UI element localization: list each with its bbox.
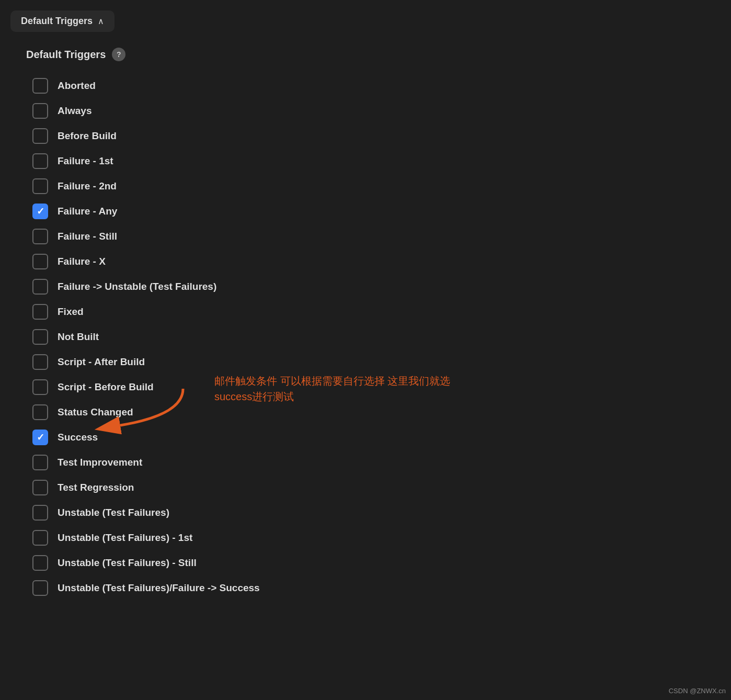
checkbox-item-always[interactable]: Always (26, 99, 710, 123)
checkbox-before-build[interactable] (32, 128, 48, 144)
checkbox-failure-still[interactable] (32, 229, 48, 244)
checkbox-item-failure-any[interactable]: Failure - Any (26, 199, 710, 223)
checkbox-failure-1st[interactable] (32, 153, 48, 169)
checkbox-label-failure-1st: Failure - 1st (58, 155, 113, 167)
checkbox-unstable-failure-success[interactable] (32, 580, 48, 596)
checkbox-label-failure-x: Failure - X (58, 256, 106, 267)
checkbox-item-failure-x[interactable]: Failure - X (26, 250, 710, 274)
checkbox-item-aborted[interactable]: Aborted (26, 74, 710, 98)
checkbox-unstable-test-failures[interactable] (32, 505, 48, 521)
checkbox-failure-2nd[interactable] (32, 178, 48, 194)
checkbox-success[interactable] (32, 430, 48, 445)
checkbox-fixed[interactable] (32, 304, 48, 320)
checkbox-not-built[interactable] (32, 329, 48, 345)
annotation-box: 邮件触发条件 可以根据需要自行选择 这里我们就选 success进行测试 (214, 373, 450, 404)
checkbox-label-test-improvement: Test Improvement (58, 457, 142, 468)
checkbox-label-unstable-failure-success: Unstable (Test Failures)/Failure -> Succ… (58, 582, 260, 594)
checkbox-test-regression[interactable] (32, 480, 48, 495)
checkbox-item-failure-2nd[interactable]: Failure - 2nd (26, 174, 710, 198)
checkbox-failure-unstable[interactable] (32, 279, 48, 295)
checkbox-item-unstable-test-failures[interactable]: Unstable (Test Failures) (26, 501, 710, 525)
checkbox-label-aborted: Aborted (58, 80, 96, 92)
checkbox-unstable-test-failures-still[interactable] (32, 555, 48, 571)
checkbox-item-not-built[interactable]: Not Built (26, 325, 710, 349)
checkbox-item-success[interactable]: Success (26, 425, 710, 449)
checkbox-label-before-build: Before Build (58, 130, 117, 142)
checkbox-item-script-after-build[interactable]: Script - After Build (26, 350, 710, 374)
checkbox-label-failure-2nd: Failure - 2nd (58, 180, 117, 192)
checkbox-item-before-build[interactable]: Before Build (26, 124, 710, 148)
checkbox-label-success: Success (58, 432, 98, 443)
checkbox-label-fixed: Fixed (58, 306, 84, 318)
checkbox-label-unstable-test-failures: Unstable (Test Failures) (58, 507, 169, 518)
checkbox-failure-x[interactable] (32, 254, 48, 269)
checkbox-item-failure-still[interactable]: Failure - Still (26, 224, 710, 249)
checkbox-label-failure-any: Failure - Any (58, 206, 117, 217)
checkbox-label-unstable-test-failures-1st: Unstable (Test Failures) - 1st (58, 532, 192, 544)
checkbox-label-not-built: Not Built (58, 331, 99, 343)
checkbox-item-failure-1st[interactable]: Failure - 1st (26, 149, 710, 173)
checkbox-script-before-build[interactable] (32, 379, 48, 395)
section-title: Default Triggers (26, 49, 106, 61)
checkbox-label-failure-unstable: Failure -> Unstable (Test Failures) (58, 281, 216, 292)
checkbox-item-test-improvement[interactable]: Test Improvement (26, 450, 710, 475)
checkbox-item-failure-unstable[interactable]: Failure -> Unstable (Test Failures) (26, 275, 710, 299)
checkbox-test-improvement[interactable] (32, 455, 48, 470)
checkbox-label-unstable-test-failures-still: Unstable (Test Failures) - Still (58, 557, 197, 569)
checkbox-failure-any[interactable] (32, 204, 48, 219)
checkbox-label-status-changed: Status Changed (58, 407, 133, 418)
checkbox-label-script-before-build: Script - Before Build (58, 381, 154, 393)
checkbox-always[interactable] (32, 103, 48, 119)
checkbox-label-script-after-build: Script - After Build (58, 356, 145, 368)
checkbox-label-always: Always (58, 105, 92, 117)
checkbox-unstable-test-failures-1st[interactable] (32, 530, 48, 546)
checkbox-label-test-regression: Test Regression (58, 482, 134, 493)
checkbox-list: AbortedAlwaysBefore BuildFailure - 1stFa… (21, 74, 710, 600)
checkbox-item-unstable-test-failures-1st[interactable]: Unstable (Test Failures) - 1st (26, 526, 710, 550)
checkbox-item-unstable-failure-success[interactable]: Unstable (Test Failures)/Failure -> Succ… (26, 576, 710, 600)
checkbox-aborted[interactable] (32, 78, 48, 94)
chevron-icon: ∧ (98, 16, 104, 26)
help-button[interactable]: ? (112, 48, 125, 61)
checkbox-item-fixed[interactable]: Fixed (26, 300, 710, 324)
checkbox-script-after-build[interactable] (32, 354, 48, 370)
checkbox-item-test-regression[interactable]: Test Regression (26, 476, 710, 500)
checkbox-label-failure-still: Failure - Still (58, 231, 117, 242)
watermark: CSDN @ZNWX.cn (669, 687, 726, 695)
header-bar[interactable]: Default Triggers ∧ (10, 10, 115, 32)
checkbox-status-changed[interactable] (32, 404, 48, 420)
header-title: Default Triggers (21, 16, 93, 27)
checkbox-item-unstable-test-failures-still[interactable]: Unstable (Test Failures) - Still (26, 551, 710, 575)
